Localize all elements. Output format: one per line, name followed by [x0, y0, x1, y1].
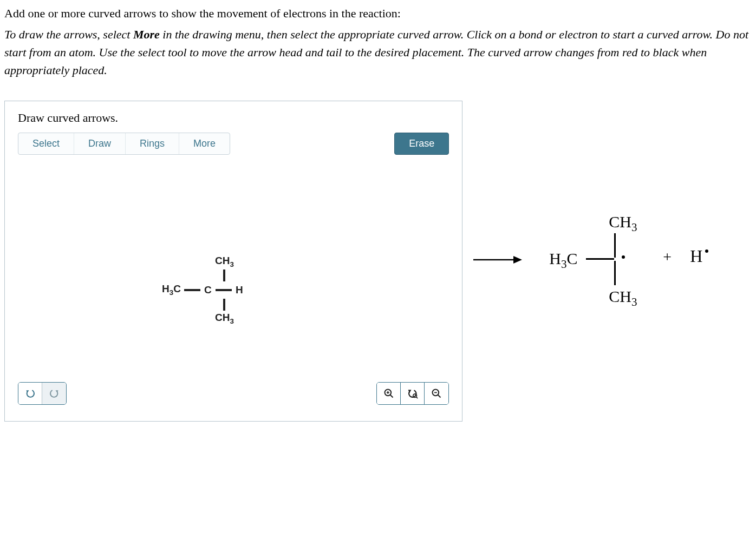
product-radical-dot [622, 255, 625, 259]
toolbar-tabs: Select Draw Rings More [18, 133, 230, 155]
svg-marker-10 [513, 256, 522, 264]
product-ch3-top: CH3 [609, 213, 637, 234]
product-molecule: CH3 H3C CH3 + H [538, 213, 752, 310]
svg-line-7 [438, 395, 441, 398]
editor-title: Draw curved arrows. [5, 111, 462, 133]
product-h-radical: H [690, 246, 702, 266]
question-text: Add one or more curved arrows to show th… [4, 4, 752, 22]
zoom-in-icon [383, 388, 394, 399]
product-ch3-bottom: CH3 [609, 287, 637, 309]
tab-more[interactable]: More [179, 133, 230, 154]
product-h3c-left: H3C [549, 249, 577, 271]
zoom-group [376, 382, 449, 405]
redo-button [42, 383, 66, 404]
product-bond-vt [614, 233, 616, 258]
bond-horizontal[interactable] [216, 289, 232, 291]
reactant-h3c-left: H3C [162, 283, 181, 297]
undo-redo-group [18, 382, 67, 405]
editor-toolbar: Select Draw Rings More Erase [5, 133, 462, 155]
reactant-h-right: H [235, 284, 244, 296]
instr-p1: To draw the arrows, select [4, 28, 133, 41]
bond-vertical[interactable] [223, 299, 225, 311]
reactant-c-center: C [204, 284, 212, 296]
reactant-ch3-top: CH3 [205, 255, 244, 268]
redo-icon [49, 388, 60, 399]
erase-button[interactable]: Erase [394, 133, 449, 155]
plus-sign: + [663, 248, 672, 266]
reactant-ch3-bottom: CH3 [205, 312, 244, 325]
bond-horizontal[interactable] [184, 289, 200, 291]
product-h-radical-dot [705, 249, 708, 253]
product-bond-h [586, 258, 614, 260]
product-bond-vb [614, 261, 616, 285]
bottom-controls [5, 382, 462, 405]
undo-button[interactable] [18, 383, 42, 404]
svg-line-5 [416, 397, 418, 399]
zoom-reset-icon [407, 388, 418, 399]
instr-bold: More [133, 28, 160, 41]
arrow-icon [473, 254, 522, 265]
undo-icon [25, 388, 36, 399]
reaction-arrow [473, 254, 522, 268]
drawing-canvas[interactable]: CH3 H3C C H CH3 [5, 155, 462, 382]
bond-vertical[interactable] [223, 270, 225, 281]
tab-draw[interactable]: Draw [74, 133, 126, 154]
svg-line-1 [390, 395, 393, 398]
tab-select[interactable]: Select [18, 133, 74, 154]
reactant-molecule: CH3 H3C C H CH3 [162, 255, 244, 325]
zoom-out-icon [431, 388, 442, 399]
instruction-text: To draw the arrows, select More in the d… [4, 25, 752, 79]
tab-rings[interactable]: Rings [126, 133, 179, 154]
zoom-out-button[interactable] [425, 383, 448, 404]
zoom-in-button[interactable] [377, 383, 401, 404]
drawing-editor: Draw curved arrows. Select Draw Rings Mo… [4, 101, 462, 422]
zoom-reset-button[interactable] [401, 383, 425, 404]
